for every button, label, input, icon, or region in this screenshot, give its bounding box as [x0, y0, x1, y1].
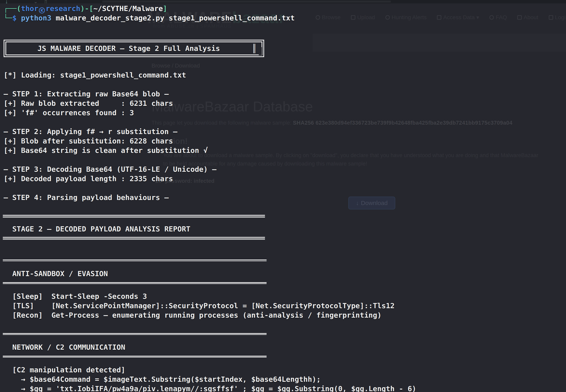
- divider-light: [4, 356, 538, 365]
- terminal-line: [Recon] Get-Process — enumerating runnin…: [4, 310, 538, 320]
- terminal-line: — STEP 3: Decoding Base64 (UTF-16-LE / U…: [4, 165, 538, 174]
- terminal-line: [Sleep] Start-Sleep -Seconds 3: [4, 292, 538, 301]
- terminal-body: [*] Loading: stage1_powershell_command.t…: [4, 70, 538, 392]
- prompt-frame-open: ┌──(: [4, 4, 21, 13]
- terminal-blank-line: [4, 320, 538, 329]
- terminal-line: — STEP 2: Applying f# → r substitution —: [4, 127, 538, 136]
- divider-light: [4, 282, 538, 292]
- terminal-blank-line: [4, 80, 538, 89]
- prompt-dollar: $: [12, 14, 17, 22]
- shell-prompt: ┌──(thorKresearch)-[~/SCYTHE/Malware] └─…: [4, 4, 295, 23]
- prompt-frame-mid: )-[: [80, 4, 93, 13]
- prompt-frame-close: ]: [163, 4, 167, 13]
- divider-heavy: [4, 237, 538, 246]
- terminal-line: [+] 'f#' occurrences found : 3: [4, 108, 538, 117]
- terminal-blank-line: [4, 117, 538, 127]
- command-interpreter: python3: [17, 14, 51, 22]
- terminal-line: — STEP 1: Extracting raw Base64 blob —: [4, 89, 538, 98]
- divider-light: [4, 260, 538, 269]
- terminal-blank-line: [4, 183, 538, 193]
- divider-light: [4, 333, 538, 342]
- terminal-line: STAGE 2 — DECODED PAYLOAD ANALYSIS REPOR…: [4, 224, 538, 234]
- ascii-title-box: JS MALWARE DECODER — Stage 2 Full Analys…: [4, 40, 264, 57]
- prompt-frame-line2: └─: [4, 14, 12, 22]
- double-bar-glyph: ║: [252, 44, 257, 53]
- terminal-line: [*] Loading: stage1_powershell_command.t…: [4, 70, 538, 80]
- terminal-line: [+] Blob after substitution: 6228 chars: [4, 136, 538, 146]
- terminal-line: [+] Raw blob extracted : 6231 chars: [4, 98, 538, 108]
- host-label: research: [45, 4, 80, 13]
- screen: ↓ ⌄ ▯ BrowseUploadHunting AlertsAccess D…: [0, 0, 566, 392]
- terminal-blank-line: [4, 202, 538, 212]
- divider-heavy: [4, 215, 538, 224]
- terminal-prompt-line-1: ┌──(thorKresearch)-[~/SCYTHE/Malware]: [4, 4, 295, 13]
- terminal-line: ANTI-SANDBOX / EVASION: [4, 269, 538, 278]
- terminal-line: [+] Base64 string is clean after substit…: [4, 146, 538, 155]
- terminal-line: NETWORK / C2 COMMUNICATION: [4, 342, 538, 352]
- command-arguments: malware_decoder_stage2.py stage1_powersh…: [51, 14, 295, 22]
- terminal-prompt-line-2: └─$ python3 malware_decoder_stage2.py st…: [4, 13, 295, 23]
- terminal-blank-line: [4, 155, 538, 165]
- terminal-line: → $base64Command = $imageText.Substring(…: [4, 375, 538, 384]
- terminal-line: [C2 manipulation detected]: [4, 365, 538, 375]
- terminal-blank-line: [4, 246, 538, 256]
- user-label: thor: [21, 4, 39, 13]
- terminal-line: [+] Decoded payload length : 2335 chars: [4, 174, 538, 183]
- kali-symbol-icon: K: [39, 7, 45, 14]
- title-box-border-break: [259, 47, 262, 55]
- terminal-line: [TLS] [Net.ServicePointManager]::Securit…: [4, 301, 538, 310]
- working-directory-path: ~/SCYTHE/Malware: [93, 4, 163, 13]
- terminal-output: ┌──(thorKresearch)-[~/SCYTHE/Malware] └─…: [0, 0, 566, 392]
- decoder-title: JS MALWARE DECODER — Stage 2 Full Analys…: [38, 44, 220, 53]
- terminal-line: → $gg = 'txt.IobiIFA/pw4a9a/piv.lenapym/…: [4, 384, 538, 392]
- terminal-line: — STEP 4: Parsing payload behaviours —: [4, 193, 538, 202]
